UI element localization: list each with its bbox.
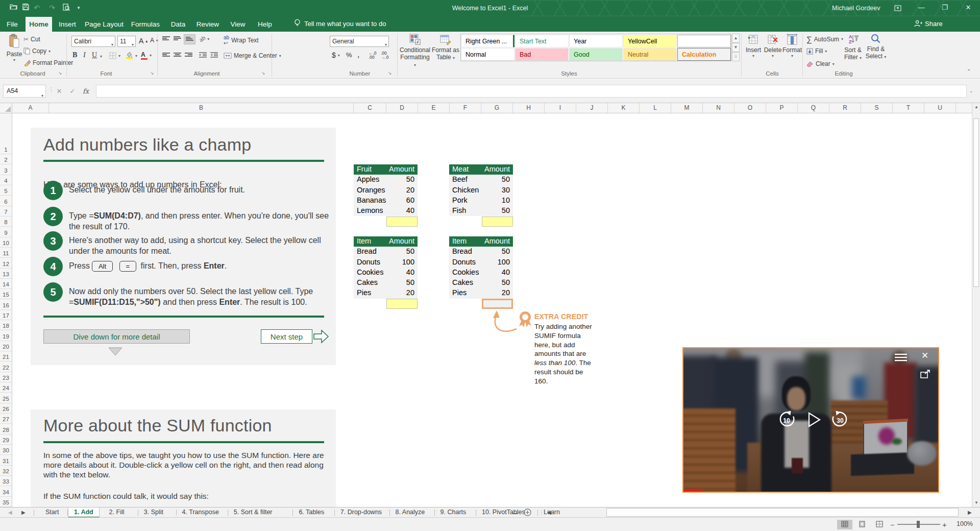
- table-cell[interactable]: 20: [386, 185, 418, 196]
- row-header-29[interactable]: 29: [0, 435, 12, 445]
- sort-filter-button[interactable]: AZ Sort &Filter ▾: [842, 34, 864, 61]
- column-header-G[interactable]: G: [481, 103, 513, 113]
- font-color-button[interactable]: A▾: [141, 51, 152, 60]
- column-header-D[interactable]: D: [386, 103, 418, 113]
- row-header-19[interactable]: 19: [0, 330, 12, 341]
- row-header-3[interactable]: 3: [0, 164, 12, 175]
- table-header-cell[interactable]: Item: [354, 236, 386, 247]
- wrap-text-button[interactable]: ab↩Wrap Text: [224, 35, 259, 46]
- page-layout-view-button[interactable]: [854, 520, 870, 529]
- page-break-view-button[interactable]: [872, 520, 887, 529]
- row-header-13[interactable]: 13: [0, 269, 12, 279]
- gallery-down-icon[interactable]: ▼: [732, 43, 740, 52]
- sheet-tab-8-analyze[interactable]: 8. Analyze: [390, 508, 431, 518]
- table-cell[interactable]: Fish: [449, 206, 482, 216]
- table-cell[interactable]: 20: [482, 288, 513, 298]
- table-cell[interactable]: 50: [386, 247, 418, 257]
- table-header-cell[interactable]: Fruit: [354, 164, 386, 175]
- skip-forward-30-button[interactable]: 30: [830, 411, 850, 432]
- column-header-O[interactable]: O: [734, 103, 766, 113]
- sheet-tab-9-charts[interactable]: 9. Charts: [435, 508, 472, 518]
- table-cell[interactable]: Cakes: [449, 278, 482, 288]
- table-cell[interactable]: Pies: [354, 288, 386, 298]
- table-cell[interactable]: 50: [482, 206, 513, 216]
- print-preview-icon[interactable]: [61, 3, 71, 13]
- sheet-tab-2-fill[interactable]: 2. Fill: [104, 508, 130, 518]
- name-box[interactable]: A54▾: [3, 85, 46, 98]
- table-cell[interactable]: 50: [482, 247, 513, 257]
- table-cell[interactable]: 50: [482, 175, 513, 185]
- tell-me-box[interactable]: Tell me what you want to do: [294, 16, 386, 32]
- sheet-tab-5-sort-filter[interactable]: 5. Sort & filter: [228, 508, 278, 518]
- row-header-10[interactable]: 10: [0, 237, 12, 248]
- table-cell[interactable]: Apples: [354, 175, 386, 185]
- cell-style-neutral[interactable]: Neutral: [623, 48, 677, 61]
- column-header-E[interactable]: E: [418, 103, 450, 113]
- increase-decimal-button[interactable]: ←.0.00: [369, 51, 377, 59]
- table-cell[interactable]: 40: [386, 206, 418, 216]
- row-header-7[interactable]: 7: [0, 206, 12, 216]
- row-header-18[interactable]: 18: [0, 320, 12, 330]
- paste-button[interactable]: Paste▾: [4, 34, 24, 62]
- row-header-30[interactable]: 30: [0, 445, 12, 455]
- row-header-32[interactable]: 32: [0, 466, 12, 476]
- table-cell[interactable]: Pork: [449, 196, 482, 206]
- horizontal-scrollbar-thumb[interactable]: [606, 508, 959, 517]
- table-cell[interactable]: 50: [386, 278, 418, 288]
- cell-style-right-green-[interactable]: Right Green ...: [461, 35, 514, 47]
- align-center-button[interactable]: [174, 52, 181, 58]
- increase-font-icon[interactable]: A▴: [139, 37, 148, 45]
- sheet-nav-right-icon[interactable]: ▶: [21, 508, 26, 518]
- column-header-K[interactable]: K: [608, 103, 640, 113]
- minimize-button[interactable]: —: [913, 0, 930, 16]
- table-cell[interactable]: 50: [482, 278, 513, 288]
- format-as-table-button[interactable]: Format asTable ▾: [432, 34, 459, 61]
- hscroll-right-icon[interactable]: ▶: [968, 508, 972, 518]
- video-popout-icon[interactable]: [920, 370, 930, 380]
- table-cell[interactable]: Lemons: [354, 206, 386, 216]
- number-dialog-launcher[interactable]: ↘: [388, 70, 393, 76]
- collapse-ribbon-icon[interactable]: ⌃: [967, 68, 971, 74]
- row-header-24[interactable]: 24: [0, 382, 12, 393]
- font-name-select[interactable]: Calibri▾: [71, 36, 115, 47]
- row-header-11[interactable]: 11: [0, 248, 12, 258]
- column-header-C[interactable]: C: [354, 103, 386, 113]
- row-header-21[interactable]: 21: [0, 351, 12, 361]
- table-header-cell[interactable]: Amount: [482, 164, 513, 175]
- middle-align-button[interactable]: [174, 36, 181, 42]
- number-format-select[interactable]: General▾: [330, 36, 389, 47]
- formula-input[interactable]: [96, 85, 967, 98]
- sheet-tabs-overflow[interactable]: ...: [512, 508, 518, 518]
- undo-icon[interactable]: ↶: [32, 3, 42, 13]
- ribbon-tab-page-layout[interactable]: Page Layout: [83, 17, 126, 32]
- format-cells-button[interactable]: Format▾: [782, 34, 802, 58]
- clipboard-dialog-launcher[interactable]: ↘: [58, 70, 63, 76]
- orientation-button[interactable]: ab▾: [199, 36, 209, 42]
- column-header-M[interactable]: M: [671, 103, 703, 113]
- alignment-dialog-launcher[interactable]: ↘: [261, 70, 266, 76]
- table-cell[interactable]: Bananas: [354, 196, 386, 206]
- increase-indent-button[interactable]: [210, 52, 218, 58]
- ribbon-tab-view[interactable]: View: [225, 17, 251, 32]
- row-header-14[interactable]: 14: [0, 279, 12, 289]
- column-header-J[interactable]: J: [576, 103, 608, 113]
- column-header-N[interactable]: N: [703, 103, 734, 113]
- merge-center-button[interactable]: Merge & Center▾: [224, 52, 281, 59]
- table-cell[interactable]: Pies: [449, 288, 482, 298]
- video-progress-bar[interactable]: [683, 489, 702, 492]
- table-cell[interactable]: Oranges: [354, 185, 386, 196]
- redo-icon[interactable]: ↷: [47, 3, 57, 13]
- cell-style-calculation[interactable]: Calculation: [677, 48, 731, 61]
- table-cell[interactable]: Beef: [449, 175, 482, 185]
- share-button[interactable]: Share: [914, 16, 943, 32]
- table-header-cell[interactable]: Amount: [386, 236, 418, 247]
- formula-bar-expand-icon[interactable]: ⌄: [969, 88, 973, 93]
- conditional-formatting-button[interactable]: ≠ ConditionalFormatting ▾: [399, 34, 431, 68]
- bottom-align-button[interactable]: [184, 34, 195, 44]
- insert-function-icon[interactable]: fx: [80, 85, 92, 98]
- column-header-B[interactable]: B: [49, 103, 354, 113]
- clear-button[interactable]: Clear▾: [806, 60, 835, 67]
- cell-style-blank[interactable]: [677, 35, 731, 47]
- yellow-formula-cell[interactable]: [386, 216, 418, 227]
- row-header-17[interactable]: 17: [0, 310, 12, 320]
